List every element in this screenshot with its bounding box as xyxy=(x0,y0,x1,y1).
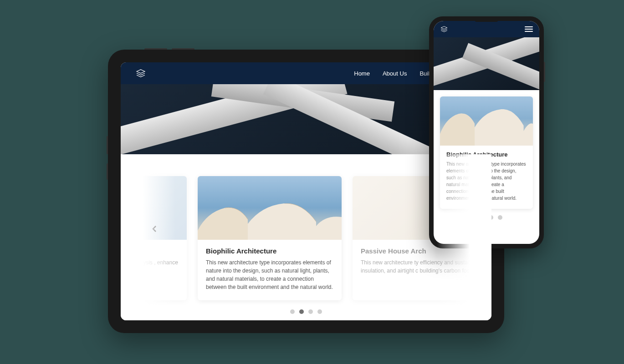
card-title: Biophilic Architecture xyxy=(446,151,527,158)
card-title: Biophilic Architecture xyxy=(206,247,333,255)
carousel-card-active[interactable]: Biophilic Architecture This new architec… xyxy=(198,176,342,300)
phone-side-button xyxy=(544,62,545,82)
phone-screen: Biophilic Architecture This new architec… xyxy=(434,21,539,244)
carousel-dot-active[interactable] xyxy=(299,309,304,314)
tablet-side-buttons xyxy=(107,163,108,180)
card-image xyxy=(198,176,342,240)
carousel-dot[interactable] xyxy=(290,309,295,314)
carousel-dot[interactable] xyxy=(498,215,502,220)
card-text: This new architecture type incorporates … xyxy=(206,258,333,291)
carousel-dots xyxy=(121,309,491,314)
carousel-dot[interactable] xyxy=(317,309,322,314)
card-title: tes xyxy=(121,247,179,255)
card-text: This new architecture type incorporates … xyxy=(446,161,527,202)
carousel-dot-active[interactable] xyxy=(480,215,484,220)
carousel-prev-button[interactable] xyxy=(147,222,162,236)
phone-header xyxy=(434,21,539,37)
card-text: This new architecture ty efficiency and … xyxy=(361,258,488,275)
phone-carousel-dots xyxy=(440,215,533,220)
carousel-card[interactable]: tes ates technology into oT, and data an… xyxy=(121,176,187,300)
phone-device: Biophilic Architecture This new architec… xyxy=(429,16,544,248)
nav-link-about[interactable]: About Us xyxy=(383,70,407,77)
phone-content: Biophilic Architecture This new architec… xyxy=(434,90,539,227)
card-image xyxy=(440,96,533,146)
nav-link-home[interactable]: Home xyxy=(354,70,370,77)
tablet-top-buttons xyxy=(144,48,167,50)
phone-carousel-card[interactable]: Biophilic Architecture This new architec… xyxy=(440,96,533,209)
hamburger-menu-icon[interactable] xyxy=(525,26,533,32)
carousel-track: tes ates technology into oT, and data an… xyxy=(121,176,403,300)
phone-hero-image xyxy=(434,37,539,90)
phone-notch xyxy=(475,19,498,22)
logo-icon[interactable] xyxy=(135,68,146,79)
carousel-dot[interactable] xyxy=(308,309,313,314)
carousel-dot[interactable] xyxy=(489,215,493,220)
carousel-dot[interactable] xyxy=(471,215,475,220)
card-text: ates technology into oT, and data analys… xyxy=(121,258,179,275)
logo-icon[interactable] xyxy=(440,25,448,33)
